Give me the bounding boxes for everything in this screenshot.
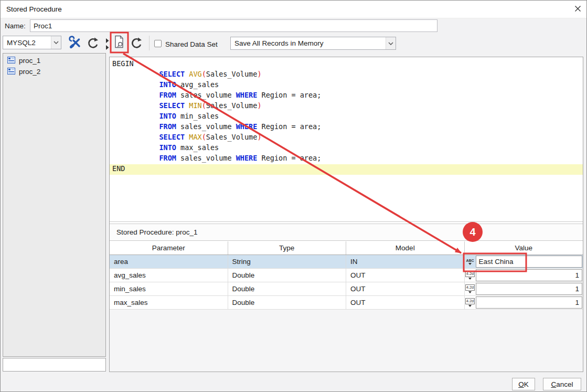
code-line: BEGIN xyxy=(110,59,583,70)
procedure-list-item-label: proc_1 xyxy=(19,57,40,65)
string-type-icon: ABC xyxy=(466,259,474,262)
column-header-type: Type xyxy=(228,241,347,255)
column-header-parameter: Parameter xyxy=(110,241,228,255)
close-icon xyxy=(574,5,582,14)
procedure-list-item[interactable]: proc_2 xyxy=(3,66,105,77)
code-line: INTO max_sales xyxy=(110,143,583,154)
shared-data-set-checkbox[interactable] xyxy=(154,40,162,47)
toolbar-separator xyxy=(149,36,150,50)
procedure-list-item-label: proc_2 xyxy=(19,68,40,76)
table-row[interactable]: max_sales Double OUT 4.2d 1 xyxy=(110,296,583,310)
code-line: FROM sales_volume WHERE Region = area; xyxy=(110,122,583,133)
refresh-button[interactable] xyxy=(86,36,100,50)
connection-tools-button[interactable] xyxy=(68,36,83,50)
parameter-cell: avg_sales xyxy=(110,269,228,282)
wrench-screwdriver-icon xyxy=(69,36,82,51)
model-cell: OUT xyxy=(346,269,465,282)
close-button[interactable] xyxy=(573,5,582,14)
value-input[interactable]: 1 xyxy=(476,283,583,295)
value-cell: ABC East China xyxy=(465,255,583,268)
procedure-panel-title-bar: Stored Procedure: proc_1 xyxy=(110,224,583,241)
refresh-icon xyxy=(87,36,100,51)
type-cell: Double xyxy=(228,296,347,309)
table-row[interactable]: avg_sales Double OUT 4.2d 1 xyxy=(110,269,583,282)
value-type-selector[interactable]: ABC xyxy=(465,255,476,268)
parameter-table-empty-area xyxy=(110,310,583,372)
chevron-down-icon xyxy=(468,278,472,280)
parameter-table-header: ParameterTypeModelValue xyxy=(110,241,583,255)
procedure-list-item[interactable]: proc_1 xyxy=(3,55,105,66)
model-cell: IN xyxy=(346,255,465,268)
value-input[interactable]: 1 xyxy=(476,296,583,309)
decimal-type-icon: 4.2d xyxy=(465,298,475,304)
ok-button-label: OK xyxy=(518,380,529,388)
parameter-cell: area xyxy=(110,255,228,268)
cancel-button[interactable]: Cancel xyxy=(543,378,581,390)
chevron-down-icon xyxy=(468,291,472,293)
code-line: FROM sales_volume WHERE Region = area; xyxy=(110,91,583,101)
code-line: FROM sales_volume WHERE Region = area; xyxy=(110,154,583,164)
type-cell: String xyxy=(228,255,347,268)
model-cell: OUT xyxy=(346,296,465,309)
value-type-selector[interactable]: 4.2d xyxy=(465,282,476,295)
value-type-selector[interactable]: 4.2d xyxy=(465,269,476,282)
refresh-icon xyxy=(130,36,143,51)
code-line: SELECT AVG(Sales_Volume) xyxy=(110,70,583,80)
code-line: SELECT MAX(Sales_Volume) xyxy=(110,133,583,143)
parameter-table-body: area String IN ABC East China avg_sales … xyxy=(110,255,583,310)
ok-button[interactable]: OK xyxy=(512,378,535,390)
sql-editor[interactable]: BEGIN SELECT AVG(Sales_Volume) INTO avg_… xyxy=(110,57,583,222)
chevron-down-icon xyxy=(386,37,396,49)
code-line: SELECT MIN(Sales_Volume) xyxy=(110,101,583,112)
decimal-type-icon: 4.2d xyxy=(465,271,475,277)
sql-editor-code: BEGIN SELECT AVG(Sales_Volume) INTO avg_… xyxy=(110,59,583,175)
table-row[interactable]: min_sales Double OUT 4.2d 1 xyxy=(110,282,583,296)
column-header-model: Model xyxy=(346,241,465,255)
storage-mode-select[interactable]: Save All Records in Memory xyxy=(230,37,396,50)
chevron-down-icon xyxy=(51,36,61,49)
decimal-type-icon: 4.2d xyxy=(465,284,475,291)
refresh-data-button[interactable] xyxy=(130,36,144,50)
value-input-east-china[interactable]: East China xyxy=(476,256,583,268)
chevron-down-icon xyxy=(468,305,472,307)
dialog-title: Stored Procedure xyxy=(6,5,62,13)
value-input[interactable]: 1 xyxy=(476,269,583,281)
preview-button[interactable] xyxy=(112,34,126,51)
shared-data-set-label: Shared Data Set xyxy=(165,40,218,48)
preview-document-magnifier-icon xyxy=(113,34,126,51)
procedure-detail-panel: BEGIN SELECT AVG(Sales_Volume) INTO avg_… xyxy=(109,57,583,372)
table-row[interactable]: area String IN ABC East China xyxy=(110,255,583,269)
name-input[interactable] xyxy=(30,19,437,32)
value-cell: 4.2d 1 xyxy=(465,296,583,309)
connection-select-value: MYSQL2 xyxy=(3,36,51,49)
value-cell: 4.2d 1 xyxy=(465,282,583,295)
stored-procedure-dialog: Stored Procedure Name: MYSQL2 xyxy=(0,0,587,392)
value-type-selector[interactable]: 4.2d xyxy=(465,296,476,309)
type-cell: Double xyxy=(228,269,347,282)
chevron-down-icon xyxy=(468,263,472,265)
model-cell: OUT xyxy=(346,282,465,295)
name-label: Name: xyxy=(5,22,26,30)
dataset-icon xyxy=(7,57,15,65)
procedure-panel-title: Stored Procedure: proc_1 xyxy=(116,228,198,236)
parameter-cell: max_sales xyxy=(110,296,228,309)
type-cell: Double xyxy=(228,282,347,295)
connection-select[interactable]: MYSQL2 xyxy=(3,36,61,49)
column-header-value: Value xyxy=(465,241,583,255)
panel-splitter-arrows[interactable] xyxy=(105,36,110,52)
code-line-highlighted: END xyxy=(110,164,583,175)
value-cell: 4.2d 1 xyxy=(465,269,583,282)
procedure-filter-input[interactable] xyxy=(3,358,106,372)
code-line: INTO min_sales xyxy=(110,112,583,122)
code-line: INTO avg_sales xyxy=(110,80,583,91)
storage-mode-value: Save All Records in Memory xyxy=(231,37,386,49)
dataset-icon xyxy=(7,68,15,76)
procedure-list: proc_1 proc_2 xyxy=(3,53,106,357)
title-bar: Stored Procedure xyxy=(1,1,586,18)
cancel-button-label: Cancel xyxy=(551,380,573,388)
parameter-cell: min_sales xyxy=(110,282,228,295)
